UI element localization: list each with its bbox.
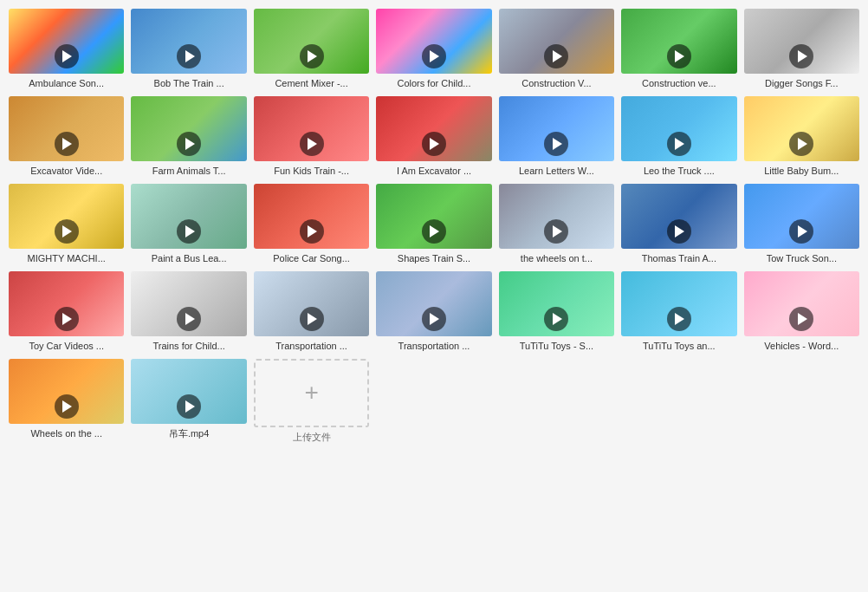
video-item-littlebaby[interactable]: Little Baby Bum... bbox=[744, 96, 859, 177]
video-item-funkids[interactable]: Fun Kids Train -... bbox=[254, 96, 369, 177]
video-label-diaocar: 吊车.mp4 bbox=[131, 427, 246, 439]
play-button-paintabus[interactable] bbox=[177, 219, 201, 244]
video-item-excavatorvid[interactable]: Excavator Vide... bbox=[9, 96, 124, 177]
thumbnail-funkids bbox=[254, 96, 369, 161]
upload-item[interactable]: +上传文件 bbox=[254, 359, 369, 444]
play-button-trainsfor[interactable] bbox=[177, 307, 201, 331]
play-button-bobtrain[interactable] bbox=[177, 44, 201, 68]
thumbnail-ambulance bbox=[9, 9, 124, 74]
video-item-learnletters[interactable]: Learn Letters W... bbox=[499, 96, 614, 177]
video-item-thomas[interactable]: Thomas Train A... bbox=[621, 184, 736, 264]
play-button-ambulance[interactable] bbox=[55, 44, 79, 68]
play-button-tutitu1[interactable] bbox=[544, 307, 568, 331]
video-label-iamexcavator: I Am Excavator ... bbox=[376, 165, 491, 177]
video-label-towtruck: Tow Truck Son... bbox=[744, 252, 859, 264]
play-button-towtruck[interactable] bbox=[789, 219, 813, 244]
play-button-transport1[interactable] bbox=[300, 307, 324, 331]
video-label-mightymachi: MIGHTY MACHI... bbox=[9, 252, 124, 264]
thumbnail-littlebaby bbox=[744, 96, 859, 161]
video-label-leotruck: Leo the Truck .... bbox=[621, 165, 736, 177]
play-button-excavatorvid[interactable] bbox=[55, 132, 79, 156]
thumbnail-bobtrain bbox=[131, 9, 246, 74]
video-label-ambulance: Ambulance Son... bbox=[9, 77, 124, 89]
video-item-diaocar[interactable]: 吊车.mp4 bbox=[131, 359, 246, 444]
video-item-trainsfor[interactable]: Trains for Child... bbox=[131, 271, 246, 352]
video-label-transport2: Transportation ... bbox=[376, 340, 491, 352]
thumbnail-tutitu1 bbox=[499, 271, 614, 336]
video-grid: Ambulance Son...Bob The Train ...Cement … bbox=[9, 9, 859, 444]
upload-label: 上传文件 bbox=[293, 431, 331, 444]
thumbnail-constructionv bbox=[621, 9, 736, 74]
thumbnail-tutitu2 bbox=[621, 271, 736, 336]
video-item-colors[interactable]: Colors for Child... bbox=[376, 9, 491, 89]
play-button-wheelsont[interactable] bbox=[55, 394, 79, 419]
video-item-tutitu2[interactable]: TuTiTu Toys an... bbox=[621, 271, 736, 352]
video-item-wheelsont[interactable]: Wheels on the ... bbox=[9, 359, 124, 444]
thumbnail-learnletters bbox=[499, 96, 614, 161]
video-label-tutitu1: TuTiTu Toys - S... bbox=[499, 340, 614, 352]
video-item-tutitu1[interactable]: TuTiTu Toys - S... bbox=[499, 271, 614, 352]
thumbnail-paintabus bbox=[131, 184, 246, 249]
play-button-mightymachi[interactable] bbox=[55, 219, 79, 244]
play-button-leotruck[interactable] bbox=[667, 132, 691, 156]
play-button-farmanimals[interactable] bbox=[177, 132, 201, 156]
thumbnail-iamexcavator bbox=[376, 96, 491, 161]
thumbnail-trainsfor bbox=[131, 271, 246, 336]
video-item-mightymachi[interactable]: MIGHTY MACHI... bbox=[9, 184, 124, 264]
video-item-ambulance[interactable]: Ambulance Son... bbox=[9, 9, 124, 89]
play-button-colors[interactable] bbox=[422, 44, 446, 68]
video-item-vehicles[interactable]: Vehicles - Word... bbox=[744, 271, 859, 352]
play-button-toycar[interactable] bbox=[55, 307, 79, 331]
play-button-cement[interactable] bbox=[300, 44, 324, 68]
play-button-tutitu2[interactable] bbox=[667, 307, 691, 331]
thumbnail-towtruck bbox=[744, 184, 859, 249]
video-item-policecar[interactable]: Police Car Song... bbox=[254, 184, 369, 264]
play-button-littlebaby[interactable] bbox=[789, 132, 813, 156]
play-button-policecar[interactable] bbox=[300, 219, 324, 244]
video-label-trainsfor: Trains for Child... bbox=[131, 340, 246, 352]
video-item-leotruck[interactable]: Leo the Truck .... bbox=[621, 96, 736, 177]
thumbnail-cement bbox=[254, 9, 369, 74]
video-item-constructionv[interactable]: Construction ve... bbox=[621, 9, 736, 89]
play-button-transport2[interactable] bbox=[422, 307, 446, 331]
video-item-bobtrain[interactable]: Bob The Train ... bbox=[131, 9, 246, 89]
play-button-learnletters[interactable] bbox=[544, 132, 568, 156]
play-button-shapestrain[interactable] bbox=[422, 219, 446, 244]
video-label-tutitu2: TuTiTu Toys an... bbox=[621, 340, 736, 352]
thumbnail-policecar bbox=[254, 184, 369, 249]
thumbnail-mightymachi bbox=[9, 184, 124, 249]
video-item-transport1[interactable]: Transportation ... bbox=[254, 271, 369, 352]
video-label-colors: Colors for Child... bbox=[376, 77, 491, 89]
play-button-thomas[interactable] bbox=[667, 219, 691, 244]
thumbnail-colors bbox=[376, 9, 491, 74]
video-item-toycar[interactable]: Toy Car Videos ... bbox=[9, 271, 124, 352]
thumbnail-vehicles bbox=[744, 271, 859, 336]
thumbnail-wheelsont bbox=[9, 359, 124, 424]
video-item-cement[interactable]: Cement Mixer -... bbox=[254, 9, 369, 89]
play-button-funkids[interactable] bbox=[300, 132, 324, 156]
play-button-diaocar[interactable] bbox=[177, 394, 201, 419]
video-label-excavatorvid: Excavator Vide... bbox=[9, 165, 124, 177]
video-item-wheelson2[interactable]: the wheels on t... bbox=[499, 184, 614, 264]
video-item-paintabus[interactable]: Paint a Bus Lea... bbox=[131, 184, 246, 264]
video-item-digger[interactable]: Digger Songs F... bbox=[744, 9, 859, 89]
thumbnail-farmanimals bbox=[131, 96, 246, 161]
video-label-construction1: Construction V... bbox=[499, 77, 614, 89]
thumbnail-wheelson2 bbox=[499, 184, 614, 249]
play-button-vehicles[interactable] bbox=[789, 307, 813, 331]
video-item-farmanimals[interactable]: Farm Animals T... bbox=[131, 96, 246, 177]
video-label-funkids: Fun Kids Train -... bbox=[254, 165, 369, 177]
play-button-wheelson2[interactable] bbox=[544, 219, 568, 244]
video-item-transport2[interactable]: Transportation ... bbox=[376, 271, 491, 352]
play-button-construction1[interactable] bbox=[544, 44, 568, 68]
video-item-towtruck[interactable]: Tow Truck Son... bbox=[744, 184, 859, 264]
upload-plus-icon: + bbox=[304, 379, 318, 407]
video-item-iamexcavator[interactable]: I Am Excavator ... bbox=[376, 96, 491, 177]
play-button-constructionv[interactable] bbox=[667, 44, 691, 68]
play-button-iamexcavator[interactable] bbox=[422, 132, 446, 156]
play-button-digger[interactable] bbox=[789, 44, 813, 68]
video-label-toycar: Toy Car Videos ... bbox=[9, 340, 124, 352]
video-item-construction1[interactable]: Construction V... bbox=[499, 9, 614, 89]
video-item-shapestrain[interactable]: Shapes Train S... bbox=[376, 184, 491, 264]
video-label-learnletters: Learn Letters W... bbox=[499, 165, 614, 177]
